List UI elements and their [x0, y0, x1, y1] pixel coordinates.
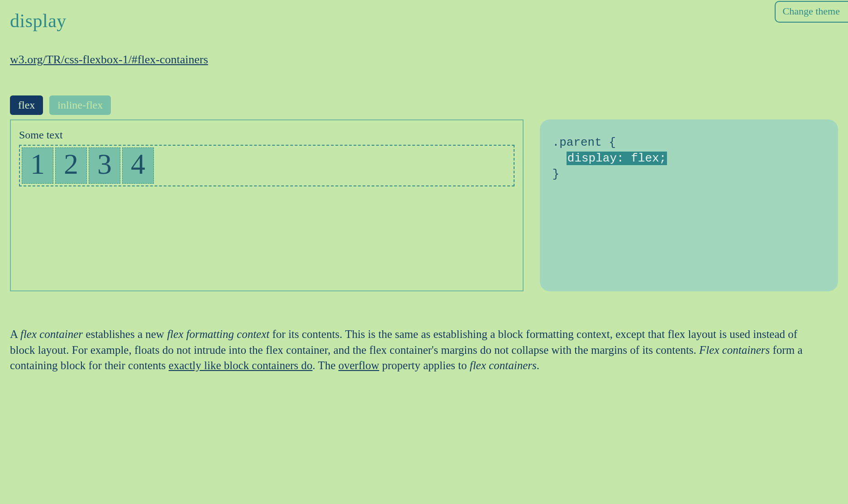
change-theme-button[interactable]: Change theme	[775, 1, 848, 23]
code-selector: .parent	[553, 136, 602, 149]
flex-item: 3	[89, 147, 120, 184]
desc-em-flex-containers: Flex containers	[699, 344, 770, 356]
desc-link-overflow[interactable]: overflow	[338, 359, 379, 371]
demo-panel: Some text 1 2 3 4	[10, 119, 524, 291]
demo-preamble-text: Some text	[19, 128, 515, 142]
desc-link-block-containers[interactable]: exactly like block containers do	[169, 359, 313, 371]
desc-em-flex-container: flex container	[20, 328, 83, 340]
flex-item: 1	[22, 147, 53, 184]
flex-item: 2	[55, 147, 87, 184]
code-panel: .parent { display: flex; }	[540, 119, 838, 291]
spec-link[interactable]: w3.org/TR/css-flexbox-1/#flex-containers	[10, 52, 208, 67]
desc-text: . The	[313, 359, 338, 371]
tab-inline-flex[interactable]: inline-flex	[49, 95, 111, 115]
tab-bar: flex inline-flex	[10, 95, 838, 115]
desc-text: property applies to	[379, 359, 470, 371]
code-rule: display: flex;	[567, 152, 667, 165]
code-close-brace: }	[553, 167, 560, 181]
description-paragraph: A flex container establishes a new flex …	[10, 327, 821, 374]
flex-container: 1 2 3 4	[19, 145, 515, 186]
flex-item: 4	[122, 147, 154, 184]
page-title: display	[10, 8, 838, 34]
tab-flex[interactable]: flex	[10, 95, 43, 115]
desc-text: establishes a new	[83, 328, 167, 340]
desc-text: A	[10, 328, 20, 340]
desc-em-flex-containers-2: flex containers	[470, 359, 537, 371]
code-open-brace: {	[609, 136, 616, 149]
desc-em-ffc: flex formatting context	[167, 328, 269, 340]
desc-text: .	[537, 359, 539, 371]
